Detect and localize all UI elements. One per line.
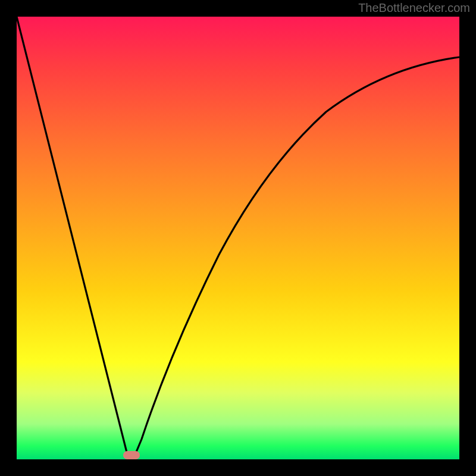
curve-svg — [17, 17, 459, 459]
chart-frame: TheBottlenecker.com — [0, 0, 476, 476]
watermark-text: TheBottlenecker.com — [358, 1, 470, 15]
plot-area — [17, 17, 459, 459]
optimum-marker — [123, 451, 140, 459]
bottleneck-curve — [17, 17, 459, 457]
